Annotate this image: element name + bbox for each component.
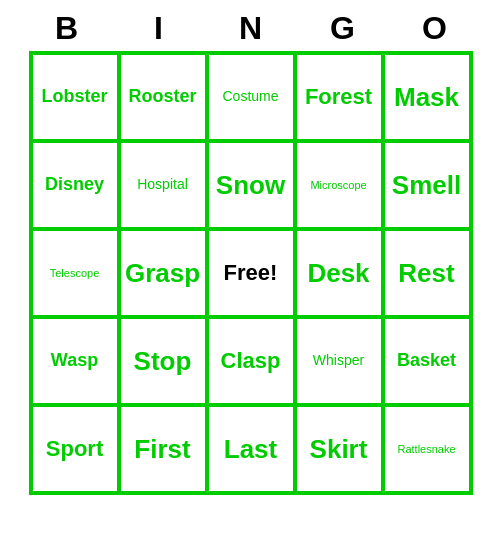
cell-text-5: Disney [45, 175, 104, 195]
bingo-cell-17: Clasp [207, 317, 295, 405]
bingo-cell-24: Rattlesnake [383, 405, 471, 493]
cell-text-9: Smell [392, 171, 461, 200]
bingo-cell-6: Hospital [119, 141, 207, 229]
bingo-cell-22: Last [207, 405, 295, 493]
bingo-cell-3: Forest [295, 53, 383, 141]
bingo-letter-b: B [23, 10, 111, 47]
bingo-cell-0: Lobster [31, 53, 119, 141]
cell-text-14: Rest [398, 259, 454, 288]
cell-text-16: Stop [134, 347, 192, 376]
cell-text-13: Desk [307, 259, 369, 288]
cell-text-0: Lobster [41, 87, 107, 107]
cell-text-21: First [134, 435, 190, 464]
bingo-letter-i: I [115, 10, 203, 47]
bingo-cell-4: Mask [383, 53, 471, 141]
bingo-cell-16: Stop [119, 317, 207, 405]
bingo-letter-o: O [391, 10, 479, 47]
bingo-cell-12: Free! [207, 229, 295, 317]
cell-text-24: Rattlesnake [397, 443, 455, 455]
bingo-letter-n: N [207, 10, 295, 47]
bingo-cell-14: Rest [383, 229, 471, 317]
cell-text-8: Microscope [310, 179, 366, 191]
bingo-cell-15: Wasp [31, 317, 119, 405]
bingo-cell-20: Sport [31, 405, 119, 493]
bingo-cell-18: Whisper [295, 317, 383, 405]
cell-text-22: Last [224, 435, 277, 464]
bingo-cell-2: Costume [207, 53, 295, 141]
cell-text-20: Sport [46, 437, 103, 461]
bingo-cell-21: First [119, 405, 207, 493]
cell-text-10: Telescope [50, 267, 100, 279]
cell-text-2: Costume [222, 89, 278, 104]
cell-text-17: Clasp [221, 349, 281, 373]
bingo-cell-10: Telescope [31, 229, 119, 317]
cell-text-1: Rooster [128, 87, 196, 107]
bingo-cell-8: Microscope [295, 141, 383, 229]
bingo-cell-13: Desk [295, 229, 383, 317]
bingo-cell-7: Snow [207, 141, 295, 229]
cell-text-4: Mask [394, 83, 459, 112]
cell-text-6: Hospital [137, 177, 188, 192]
bingo-cell-9: Smell [383, 141, 471, 229]
cell-text-23: Skirt [310, 435, 368, 464]
bingo-cell-5: Disney [31, 141, 119, 229]
bingo-cell-11: Grasp [119, 229, 207, 317]
bingo-cell-19: Basket [383, 317, 471, 405]
cell-text-11: Grasp [125, 259, 200, 288]
cell-text-3: Forest [305, 85, 372, 109]
cell-text-12: Free! [224, 261, 278, 285]
cell-text-18: Whisper [313, 353, 364, 368]
bingo-letter-g: G [299, 10, 387, 47]
bingo-cell-1: Rooster [119, 53, 207, 141]
cell-text-7: Snow [216, 171, 285, 200]
cell-text-15: Wasp [51, 351, 98, 371]
bingo-cell-23: Skirt [295, 405, 383, 493]
bingo-header: BINGO [21, 10, 481, 47]
cell-text-19: Basket [397, 351, 456, 371]
bingo-grid: LobsterRoosterCostumeForestMaskDisneyHos… [29, 51, 473, 495]
